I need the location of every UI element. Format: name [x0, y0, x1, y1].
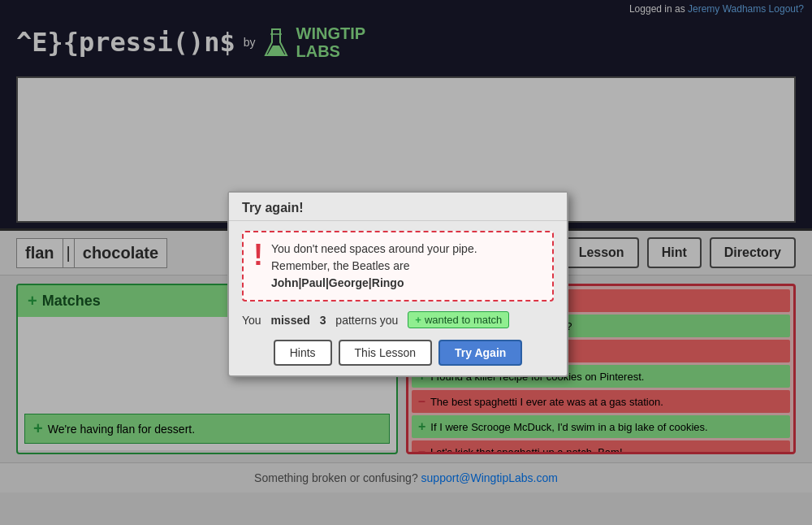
missed-badge: + wanted to match [408, 311, 509, 328]
missed-prefix: You [242, 314, 261, 327]
try-again-modal: Try again! ! You don't need spaces aroun… [227, 191, 568, 377]
missed-count: 3 [320, 314, 326, 327]
modal-overlay: Try again! ! You don't need spaces aroun… [0, 0, 812, 525]
missed-mid: patterns you [335, 314, 398, 327]
this-lesson-button[interactable]: This Lesson [339, 340, 432, 366]
missed-badge-text: wanted to match [425, 314, 502, 326]
plus-icon-badge: + [415, 314, 421, 326]
missed-row: You missed 3 patterns you + wanted to ma… [242, 311, 554, 328]
beatles-text: John|Paul|George|Ringo [271, 276, 404, 289]
error-line1: You don't need spaces around your pipe. [271, 242, 477, 255]
error-box: ! You don't need spaces around your pipe… [242, 231, 554, 302]
missed-word: missed [271, 314, 310, 327]
exclamation-icon: ! [253, 241, 263, 270]
modal-buttons: Hints This Lesson Try Again [242, 340, 554, 366]
hints-button[interactable]: Hints [274, 340, 332, 366]
modal-body: ! You don't need spaces around your pipe… [229, 221, 567, 375]
modal-title: Try again! [229, 193, 567, 221]
try-again-button[interactable]: Try Again [438, 340, 522, 366]
error-line2: Remember, the Beatles are [271, 259, 409, 272]
error-text: You don't need spaces around your pipe. … [271, 241, 477, 292]
